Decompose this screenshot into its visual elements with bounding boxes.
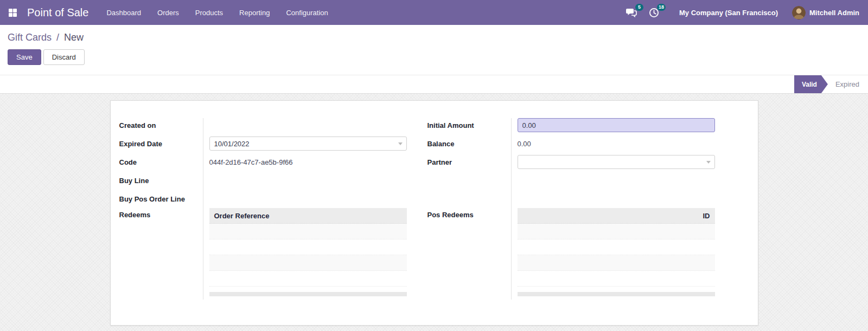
- initial-amount-input[interactable]: [518, 118, 715, 132]
- save-button[interactable]: Save: [8, 49, 41, 65]
- spacer-row: [427, 171, 715, 190]
- app-name[interactable]: Point of Sale: [25, 7, 98, 19]
- table-empty-row: [518, 224, 715, 239]
- table-empty-row: [209, 271, 407, 287]
- form-group-left: Created on Expired Date Code 044f-2d16-4…: [119, 116, 407, 296]
- buy-pos-order-line-label: Buy Pos Order Line: [119, 195, 203, 203]
- balance-label: Balance: [427, 140, 511, 148]
- form-sheet: Created on Expired Date Code 044f-2d16-4…: [110, 100, 758, 326]
- expired-date-input[interactable]: [209, 137, 407, 151]
- breadcrumb-current: New: [64, 32, 84, 43]
- breadcrumb-separator: /: [54, 32, 61, 43]
- table-empty-row: [518, 255, 715, 271]
- top-navbar: Point of Sale Dashboard Orders Products …: [0, 0, 868, 25]
- messages-badge: 5: [635, 4, 643, 11]
- chat-bubbles-icon: [626, 8, 637, 17]
- control-panel-buttons: Save Discard: [8, 49, 868, 65]
- chevron-down-icon[interactable]: [398, 142, 403, 145]
- pos-redeems-table: ID: [518, 208, 715, 296]
- partner-label: Partner: [427, 158, 511, 166]
- apps-menu-button[interactable]: [0, 0, 25, 25]
- company-switcher[interactable]: My Company (San Francisco): [665, 9, 792, 17]
- created-on-label: Created on: [119, 121, 203, 129]
- table-empty-row: [209, 255, 407, 271]
- apps-grid-icon: [9, 9, 17, 17]
- activities-button[interactable]: 18: [643, 0, 665, 25]
- table-empty-row: [518, 271, 715, 287]
- pos-redeems-table-footer: [518, 292, 715, 296]
- form-view-background: Created on Expired Date Code 044f-2d16-4…: [0, 94, 868, 331]
- activities-badge: 18: [657, 4, 666, 11]
- menu-orders[interactable]: Orders: [149, 0, 187, 25]
- user-avatar: [792, 6, 806, 20]
- table-empty-row: [209, 239, 407, 255]
- redeems-table: Order Reference: [209, 208, 407, 296]
- pos-redeems-label: Pos Redeems: [427, 208, 511, 219]
- breadcrumb: Gift Cards / New: [8, 32, 868, 43]
- control-panel: Gift Cards / New Save Discard: [0, 25, 868, 75]
- buy-line-label: Buy Line: [119, 177, 203, 185]
- chevron-down-icon[interactable]: [706, 161, 711, 164]
- messages-button[interactable]: 5: [620, 0, 643, 25]
- redeems-column-order-reference[interactable]: Order Reference: [209, 208, 407, 224]
- menu-products[interactable]: Products: [187, 0, 231, 25]
- expired-date-label: Expired Date: [119, 140, 203, 148]
- code-value: 044f-2d16-47c7-ae5b-9f66: [203, 158, 407, 166]
- redeems-label: Redeems: [119, 208, 203, 219]
- systray: 5 18 My Company (San Francisco) Mitchell…: [620, 0, 861, 25]
- main-menu: Dashboard Orders Products Reporting Conf…: [98, 0, 336, 25]
- balance-value: 0.00: [511, 140, 715, 148]
- partner-input[interactable]: [518, 155, 715, 169]
- initial-amount-label: Initial Amount: [427, 121, 511, 129]
- menu-dashboard[interactable]: Dashboard: [98, 0, 149, 25]
- table-empty-row: [518, 239, 715, 255]
- statusbar-state-valid[interactable]: Valid: [794, 75, 828, 93]
- table-empty-row: [209, 224, 407, 239]
- pos-redeems-column-id[interactable]: ID: [518, 208, 715, 224]
- spacer-row: [427, 190, 715, 208]
- user-name: Mitchell Admin: [809, 9, 859, 17]
- pos-redeems-table-body: [518, 224, 715, 287]
- redeems-table-footer: [209, 292, 407, 296]
- code-label: Code: [119, 158, 203, 166]
- breadcrumb-parent-link[interactable]: Gift Cards: [8, 32, 52, 43]
- statusbar: Valid Expired: [0, 75, 868, 94]
- discard-button[interactable]: Discard: [43, 49, 85, 65]
- user-menu[interactable]: Mitchell Admin: [792, 6, 861, 20]
- redeems-table-body: [209, 224, 407, 287]
- menu-configuration[interactable]: Configuration: [278, 0, 336, 25]
- menu-reporting[interactable]: Reporting: [231, 0, 278, 25]
- form-group-right: Initial Amount Balance 0.00 Partner: [427, 116, 715, 296]
- statusbar-state-expired[interactable]: Expired: [835, 75, 859, 93]
